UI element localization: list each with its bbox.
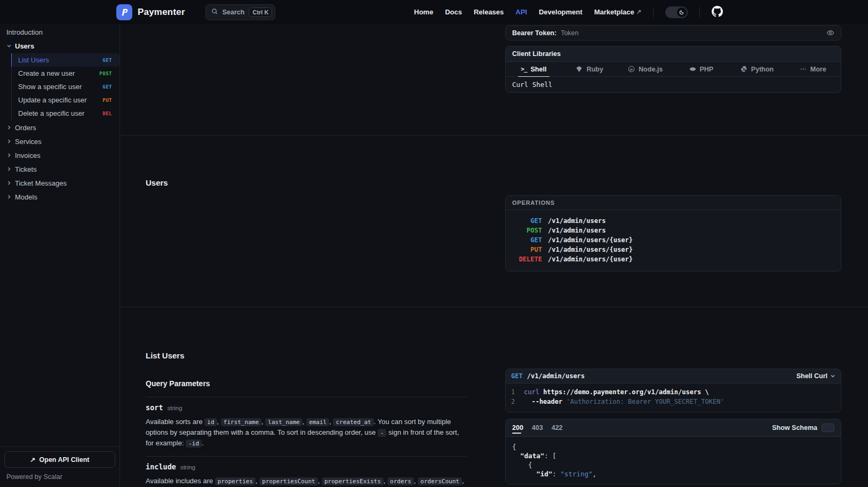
python-icon xyxy=(740,66,747,73)
search-shortcut: Ctrl K xyxy=(249,7,272,17)
method-badge: PUT xyxy=(512,245,542,254)
sidebar: Introduction Users List Users GET Create… xyxy=(0,24,120,487)
line-number: 1 xyxy=(511,388,519,397)
nav-link-api[interactable]: API xyxy=(515,8,527,16)
main-content: Bearer Token: Client Libraries >_ Shell xyxy=(120,24,868,487)
line-number: 2 xyxy=(511,397,519,407)
open-api-client-button[interactable]: ↗ Open API Client xyxy=(4,451,115,468)
search-input[interactable]: Search Ctrl K xyxy=(205,4,276,20)
tab-ruby[interactable]: Ruby xyxy=(562,62,618,76)
method-badge: DELETE xyxy=(512,254,542,264)
nav-link-marketplace[interactable]: Marketplace ↗ xyxy=(594,8,641,16)
method-badge: DEL xyxy=(102,111,112,116)
brand[interactable]: Paymenter xyxy=(116,4,185,20)
response-example-card: 200 403 422 Show Schema { "data": [ { xyxy=(505,419,841,484)
tab-php[interactable]: PHP xyxy=(673,62,729,76)
param-name: sort xyxy=(146,403,163,412)
code-line: { xyxy=(512,460,834,469)
operation-row[interactable]: GET /v1/admin/users xyxy=(512,216,834,226)
show-schema-toggle[interactable] xyxy=(822,424,834,432)
sidebar-item-introduction[interactable]: Introduction xyxy=(0,25,120,39)
chevron-right-icon xyxy=(6,139,12,144)
sidebar-group-models[interactable]: Models xyxy=(0,190,120,204)
ruby-icon xyxy=(576,66,583,73)
code-line: curl https://demo.paymenter.org/v1/admin… xyxy=(524,388,709,397)
param-type: string xyxy=(168,405,182,411)
tab-status-403[interactable]: 403 xyxy=(532,424,543,436)
method-badge: GET xyxy=(512,235,542,245)
operation-row[interactable]: DELETE /v1/admin/users/{user} xyxy=(512,254,834,264)
nav-link-docs[interactable]: Docs xyxy=(445,8,462,16)
request-path: /v1/admin/users xyxy=(527,372,792,380)
sidebar-item-delete-user[interactable]: Delete a specific user DEL xyxy=(12,107,120,120)
chevron-right-icon xyxy=(6,125,12,130)
response-code-block[interactable]: { "data": [ { "id": "string", xyxy=(506,437,841,484)
code-line: "id": "string", xyxy=(512,469,834,478)
tab-status-422[interactable]: 422 xyxy=(552,424,563,436)
operation-row[interactable]: GET /v1/admin/users/{user} xyxy=(512,235,834,245)
tab-shell[interactable]: >_ Shell xyxy=(506,62,562,76)
method-badge: GET xyxy=(102,84,112,90)
terminal-icon: >_ xyxy=(521,66,527,73)
operation-row[interactable]: POST /v1/admin/users xyxy=(512,226,834,235)
operations-title: OPERATIONS xyxy=(506,196,841,210)
param-name: include xyxy=(146,462,176,471)
sidebar-group-tickets[interactable]: Tickets xyxy=(0,162,120,176)
tab-status-200[interactable]: 200 xyxy=(512,424,523,436)
sidebar-group-users[interactable]: Users xyxy=(0,39,120,53)
nav-link-development[interactable]: Development xyxy=(539,8,583,16)
sidebar-item-update-user[interactable]: Update a specific user PUT xyxy=(12,93,120,107)
method-badge: GET xyxy=(511,372,523,380)
chevron-right-icon xyxy=(6,194,12,199)
method-badge: GET xyxy=(512,216,542,226)
external-link-icon: ↗ xyxy=(636,9,641,15)
section-list-users: List Users Query Parameters sort string … xyxy=(120,307,868,487)
sidebar-item-list-users[interactable]: List Users GET xyxy=(12,53,120,67)
param-type: string xyxy=(180,464,195,470)
sidebar-group-ticket-messages[interactable]: Ticket Messages xyxy=(0,176,120,190)
tab-python[interactable]: Python xyxy=(729,62,785,76)
sidebar-group-invoices[interactable]: Invoices xyxy=(0,148,120,162)
sidebar-item-show-user[interactable]: Show a specific user GET xyxy=(12,80,120,93)
eye-icon[interactable] xyxy=(826,29,834,37)
chevron-right-icon xyxy=(6,166,12,172)
paymenter-logo-icon xyxy=(116,4,132,20)
divider xyxy=(699,7,700,18)
section-introduction-tail: Bearer Token: Client Libraries >_ Shell xyxy=(120,24,868,135)
nodejs-icon: js xyxy=(628,66,635,73)
response-status-tabs: 200 403 422 xyxy=(512,424,772,436)
nav-link-home[interactable]: Home xyxy=(414,8,433,16)
moon-icon xyxy=(677,7,687,17)
operation-path: /v1/admin/users/{user} xyxy=(548,254,633,264)
chevron-down-icon xyxy=(830,373,835,379)
search-icon xyxy=(211,8,218,17)
operation-path: /v1/admin/users xyxy=(548,216,606,226)
language-selector[interactable]: Shell Curl xyxy=(797,372,835,380)
show-schema-label: Show Schema xyxy=(772,424,817,432)
tab-nodejs[interactable]: js Node.js xyxy=(617,62,673,76)
sidebar-group-services[interactable]: Services xyxy=(0,134,120,148)
ellipsis-icon xyxy=(800,66,807,73)
github-icon[interactable] xyxy=(712,6,723,19)
sidebar-item-create-user[interactable]: Create a new user POST xyxy=(12,67,120,80)
request-code-block[interactable]: 1 curl https://demo.paymenter.org/v1/adm… xyxy=(506,384,841,412)
operation-path: /v1/admin/users xyxy=(548,226,606,235)
theme-toggle[interactable] xyxy=(665,6,688,18)
top-navbar: Paymenter Search Ctrl K Home Docs Releas… xyxy=(0,0,868,24)
code-line: "data": [ xyxy=(512,451,834,460)
sidebar-group-orders[interactable]: Orders xyxy=(0,121,120,134)
search-label: Search xyxy=(222,9,245,16)
tab-more[interactable]: More xyxy=(785,62,841,76)
operation-path: /v1/admin/users/{user} xyxy=(548,245,633,254)
sidebar-footer: ↗ Open API Client Powered by Scalar xyxy=(0,446,120,487)
users-section-title: Users xyxy=(146,178,467,187)
list-users-title: List Users xyxy=(146,351,467,360)
nav-link-releases[interactable]: Releases xyxy=(474,8,504,16)
powered-by-scalar[interactable]: Powered by Scalar xyxy=(4,468,115,483)
chevron-right-icon xyxy=(6,180,12,186)
operation-row[interactable]: PUT /v1/admin/users/{user} xyxy=(512,245,834,254)
chevron-down-icon xyxy=(6,43,12,49)
bearer-token-input[interactable] xyxy=(561,29,826,37)
divider xyxy=(653,7,654,18)
method-badge: POST xyxy=(99,71,112,76)
